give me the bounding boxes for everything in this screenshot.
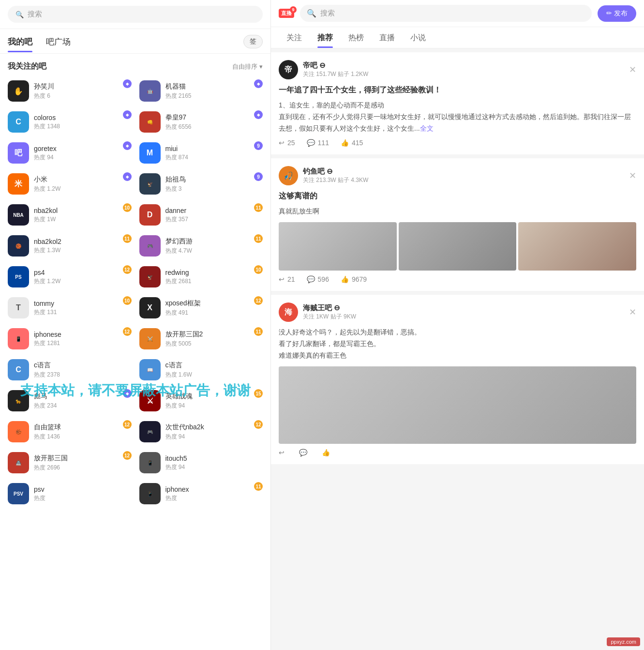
right-tab-关注[interactable]: 关注 <box>279 27 310 48</box>
forum-name: 拳皇97 <box>165 113 263 122</box>
forum-badge: ◆ <box>123 389 132 398</box>
forum-item[interactable]: 📱iphonese热度 128112 <box>4 323 135 354</box>
forum-heat: 热度 5005 <box>165 340 263 348</box>
close-button[interactable]: ✕ <box>629 64 636 75</box>
forum-name: 梦幻西游 <box>165 237 263 246</box>
forum-item[interactable]: 吧goretex热度 94◆ <box>4 137 135 168</box>
forum-item[interactable]: NBAnba2kol热度 1W10 <box>4 199 135 230</box>
forum-heat: 热度 <box>34 494 132 502</box>
section-header: 我关注的吧 自由排序 ▾ <box>0 54 270 76</box>
forum-avatar: 📖 <box>139 359 161 380</box>
forum-item[interactable]: 📱itouch5热度 94 <box>135 447 267 478</box>
feed-image[interactable] <box>279 222 397 271</box>
right-panel: 直播 9 🔍 搜索 ✏ 发布 关注推荐热榜直播小说 帝帝吧 ⊖关注 151.7W… <box>271 0 644 650</box>
forum-badge: ◆ <box>123 110 132 119</box>
right-tab-推荐[interactable]: 推荐 <box>310 27 341 48</box>
forum-item[interactable]: 🎮梦幻西游热度 4.7W11 <box>135 230 267 261</box>
forum-item[interactable]: Ddanner热度 35711 <box>135 199 267 230</box>
forum-info: iphonex热度 <box>165 485 263 502</box>
right-tab-直播[interactable]: 直播 <box>372 27 403 48</box>
section-title: 我关注的吧 <box>8 61 46 72</box>
close-button[interactable]: ✕ <box>629 170 636 181</box>
forum-item[interactable]: 🦅始祖鸟热度 39 <box>135 168 267 199</box>
forum-badge: 11 <box>123 234 132 243</box>
forum-item[interactable]: 🦅redwing热度 268110 <box>135 261 267 292</box>
action-icon: 💬 <box>307 139 315 147</box>
forum-name: itouch5 <box>165 454 263 462</box>
right-search-input-container[interactable]: 🔍 搜索 <box>300 5 592 22</box>
publish-button[interactable]: ✏ 发布 <box>598 5 636 22</box>
close-button[interactable]: ✕ <box>629 307 636 317</box>
feed-forum-name[interactable]: 钓鱼吧 ⊖ <box>303 167 629 176</box>
forum-item[interactable]: 🎮次世代nba2k热度 9412 <box>135 416 267 447</box>
action-icon: ↩ <box>279 449 285 456</box>
forum-item[interactable]: 🤖机器猫热度 2165◆ <box>135 76 267 106</box>
forum-avatar: 🦅 <box>139 173 161 195</box>
forum-info: 始祖鸟热度 3 <box>165 175 263 193</box>
forum-item[interactable]: 🏀自由篮球热度 143612 <box>4 416 135 447</box>
forum-info: 放开那三国热度 2696 <box>34 454 132 472</box>
forum-item[interactable]: Ttommy热度 13110 <box>4 292 135 323</box>
feed-meta: 钓鱼吧 ⊖关注 213.3W 贴子 4.3KW <box>303 167 629 184</box>
feed-action-2[interactable]: 👍 <box>322 449 333 456</box>
forum-item[interactable]: 👊拳皇97热度 6556◆ <box>135 106 267 137</box>
forum-avatar: PS <box>8 266 29 287</box>
feed-content: 真就乱放生啊 <box>279 206 636 217</box>
forum-item[interactable]: 🐆彪马热度 234◆ <box>4 385 135 416</box>
feed-action-0[interactable]: ↩25 <box>279 139 295 147</box>
feed-image[interactable] <box>399 222 517 271</box>
forum-item[interactable]: Ccoloros热度 1348◆ <box>4 106 135 137</box>
right-tab-热榜[interactable]: 热榜 <box>341 27 372 48</box>
forum-item[interactable]: 🏀nba2kol2热度 1.3W11 <box>4 230 135 261</box>
feed-action-1[interactable]: 💬111 <box>307 139 329 147</box>
search-icon: 🔍 <box>15 11 24 18</box>
sort-button[interactable]: 自由排序 ▾ <box>232 62 263 71</box>
forum-badge: 11 <box>254 234 263 243</box>
feed-forum-name[interactable]: 帝吧 ⊖ <box>303 61 629 70</box>
forum-badge: 11 <box>254 327 263 336</box>
right-tabs-row: 关注推荐热榜直播小说 <box>271 27 644 48</box>
feed-action-2[interactable]: 👍9679 <box>341 275 367 283</box>
right-tab-小说[interactable]: 小说 <box>403 27 434 48</box>
forum-name: coloros <box>34 114 132 121</box>
feed-title: 一年追了四十五个女生，得到了这些经验教训！ <box>279 84 636 96</box>
forum-name: 英雄战魂 <box>165 392 263 401</box>
left-search-input-container[interactable]: 🔍 搜索 <box>8 6 263 23</box>
action-icon: ↩ <box>279 275 285 283</box>
feed-action-0[interactable]: ↩21 <box>279 275 295 283</box>
forum-item[interactable]: ✋孙笑川热度 6◆ <box>4 76 135 106</box>
forum-name: 放开那三国2 <box>165 330 263 339</box>
forum-item[interactable]: ⚔英雄战魂热度 9415 <box>135 385 267 416</box>
forum-item[interactable]: PSVpsv热度 <box>4 478 135 509</box>
feed-card: 帝帝吧 ⊖关注 151.7W 贴子 1.2KW✕一年追了四十五个女生，得到了这些… <box>271 52 644 154</box>
forum-item[interactable]: 🏯放开那三国热度 269612 <box>4 447 135 478</box>
forum-name: 彪马 <box>34 392 132 401</box>
forum-item[interactable]: ⚔️放开那三国2热度 500511 <box>135 323 267 354</box>
feed-forum-name[interactable]: 海贼王吧 ⊖ <box>303 303 629 313</box>
forum-item[interactable]: PSps4热度 1.2W12 <box>4 261 135 292</box>
feed-action-0[interactable]: ↩ <box>279 449 287 456</box>
feed-action-2[interactable]: 👍415 <box>341 139 363 147</box>
feed-image[interactable] <box>279 366 636 444</box>
left-tabs-row: 我的吧 吧广场 签 <box>0 29 270 54</box>
forum-grid: ✋孙笑川热度 6◆🤖机器猫热度 2165◆Ccoloros热度 1348◆👊拳皇… <box>0 76 270 509</box>
action-count: 415 <box>352 139 363 147</box>
forum-item[interactable]: 米小米热度 1.2W◆ <box>4 168 135 199</box>
forum-badge: 12 <box>123 451 132 460</box>
feed-action-1[interactable]: 💬596 <box>307 275 329 283</box>
forum-info: c语言热度 2378 <box>34 361 132 379</box>
forum-name: 次世代nba2k <box>165 423 263 432</box>
forum-item[interactable]: Mmiui热度 8749 <box>135 137 267 168</box>
forum-name: 自由篮球 <box>34 423 132 432</box>
forum-item[interactable]: Cc语言热度 2378 <box>4 354 135 385</box>
feed-image[interactable] <box>518 222 636 271</box>
forum-item[interactable]: 📱iphonex热度11 <box>135 478 267 509</box>
tab-bar-plaza[interactable]: 吧广场 <box>46 36 71 52</box>
feed-read-more[interactable]: 全文 <box>420 124 434 132</box>
forum-info: 彪马热度 234 <box>34 392 132 410</box>
tab-my-bar[interactable]: 我的吧 <box>8 36 32 52</box>
forum-item[interactable]: 📖c语言热度 1.6W <box>135 354 267 385</box>
feed-action-1[interactable]: 💬 <box>299 449 310 456</box>
sign-button[interactable]: 签 <box>243 35 263 48</box>
forum-item[interactable]: Xxposed框架热度 49112 <box>135 292 267 323</box>
